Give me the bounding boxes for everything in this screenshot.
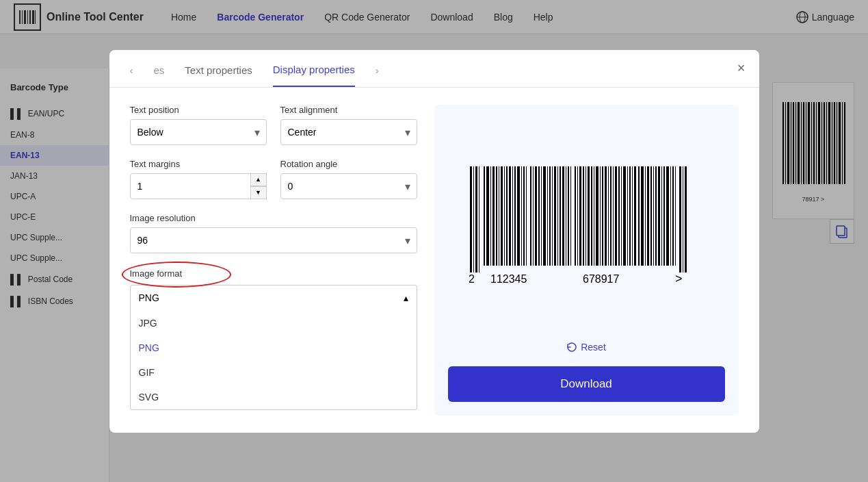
tab-display-properties[interactable]: Display properties xyxy=(273,64,355,87)
svg-rect-94 xyxy=(632,166,633,266)
svg-rect-65 xyxy=(552,166,553,266)
svg-rect-37 xyxy=(470,166,472,272)
svg-text:112345: 112345 xyxy=(490,273,527,285)
format-option-png[interactable]: PNG xyxy=(131,335,417,360)
text-position-select[interactable]: Below xyxy=(130,119,267,145)
barcode-preview-area: 2 112345 678917 > xyxy=(448,118,725,338)
format-option-gif[interactable]: GIF xyxy=(131,360,417,385)
text-position-group: Text position Below xyxy=(130,105,267,145)
modal-close-button[interactable]: × xyxy=(737,60,746,76)
svg-rect-73 xyxy=(575,166,576,266)
svg-rect-112 xyxy=(685,166,687,272)
svg-rect-51 xyxy=(512,166,513,266)
svg-rect-54 xyxy=(521,166,522,266)
rotation-angle-group: Rotation angle 0 xyxy=(280,159,417,199)
modal-body: Text position Below Text alignment Cente… xyxy=(109,88,759,433)
svg-rect-108 xyxy=(672,166,674,266)
svg-rect-92 xyxy=(627,166,628,266)
svg-rect-70 xyxy=(566,166,566,266)
image-resolution-label: Image resolution xyxy=(130,213,417,223)
barcode-svg: 2 112345 678917 > xyxy=(456,160,716,296)
svg-rect-50 xyxy=(509,166,511,266)
svg-rect-100 xyxy=(650,166,652,266)
image-format-group: Image format PNG ▴ JPG PNG xyxy=(130,267,417,410)
tab-nav-forward[interactable]: › xyxy=(376,64,379,86)
svg-rect-68 xyxy=(560,166,561,266)
text-alignment-select[interactable]: Center xyxy=(280,119,417,145)
tab-text-properties[interactable]: Text properties xyxy=(185,64,252,86)
svg-rect-103 xyxy=(658,166,660,266)
svg-rect-74 xyxy=(577,166,578,266)
text-alignment-group: Text alignment Center xyxy=(280,105,417,145)
reset-button[interactable]: Reset xyxy=(560,338,613,356)
svg-rect-64 xyxy=(549,166,551,266)
svg-rect-63 xyxy=(547,166,548,266)
svg-rect-49 xyxy=(506,166,508,266)
text-margins-input-wrapper: ▲ ▼ xyxy=(130,173,267,199)
svg-rect-57 xyxy=(530,166,531,266)
tab-label-es[interactable]: es xyxy=(154,64,165,86)
barcode-image: 2 112345 678917 > xyxy=(456,160,716,296)
text-alignment-select-wrapper: Center xyxy=(280,119,417,145)
svg-rect-93 xyxy=(629,166,631,266)
svg-rect-87 xyxy=(613,166,614,266)
download-button[interactable]: Download xyxy=(448,366,725,402)
format-option-svg[interactable]: SVG xyxy=(131,385,417,409)
svg-rect-58 xyxy=(533,166,534,266)
svg-rect-88 xyxy=(615,166,617,266)
svg-rect-69 xyxy=(562,166,564,266)
tab-nav-back[interactable]: ‹ xyxy=(130,64,133,86)
image-format-select[interactable]: PNG ▴ xyxy=(130,285,417,311)
svg-rect-101 xyxy=(653,166,654,266)
svg-rect-110 xyxy=(679,166,681,272)
svg-rect-83 xyxy=(602,166,603,266)
image-resolution-select-wrapper: 96 xyxy=(130,227,417,253)
svg-rect-72 xyxy=(570,166,571,266)
text-alignment-label: Text alignment xyxy=(280,105,417,115)
svg-rect-47 xyxy=(501,166,503,266)
form-row-1: Text position Below Text alignment Cente… xyxy=(130,105,417,145)
image-resolution-select[interactable]: 96 xyxy=(130,227,417,253)
reset-icon xyxy=(566,342,577,353)
svg-rect-102 xyxy=(655,166,657,266)
svg-rect-40 xyxy=(479,166,479,272)
svg-rect-109 xyxy=(675,166,676,266)
svg-rect-59 xyxy=(535,166,537,266)
svg-rect-41 xyxy=(484,166,485,266)
svg-rect-104 xyxy=(661,166,662,266)
stepper-up-button[interactable]: ▲ xyxy=(250,173,267,186)
modal-preview: 2 112345 678917 > Reset xyxy=(434,105,739,416)
svg-rect-89 xyxy=(618,166,620,266)
stepper-down-button[interactable]: ▼ xyxy=(250,186,267,199)
modal-overlay: ‹ es Text properties Display properties … xyxy=(0,0,868,482)
text-margins-group: Text margins ▲ ▼ xyxy=(130,159,267,199)
svg-rect-96 xyxy=(638,166,640,266)
text-margins-input[interactable] xyxy=(130,173,267,199)
svg-rect-79 xyxy=(591,166,592,266)
svg-text:2: 2 xyxy=(469,273,475,285)
svg-rect-97 xyxy=(641,166,644,266)
svg-rect-81 xyxy=(596,166,599,266)
svg-rect-71 xyxy=(568,166,569,266)
svg-rect-52 xyxy=(514,166,516,266)
svg-rect-38 xyxy=(473,166,474,272)
svg-rect-76 xyxy=(583,166,584,266)
svg-rect-67 xyxy=(557,166,558,266)
modal-dialog: ‹ es Text properties Display properties … xyxy=(109,50,759,433)
stepper-buttons: ▲ ▼ xyxy=(250,173,267,199)
svg-rect-44 xyxy=(492,166,495,266)
rotation-angle-select[interactable]: 0 xyxy=(280,173,417,199)
rotation-angle-select-wrapper: 0 xyxy=(280,173,417,199)
svg-rect-75 xyxy=(579,166,581,266)
svg-text:678917: 678917 xyxy=(583,273,619,285)
image-format-label-wrapper: Image format xyxy=(130,267,183,279)
format-option-jpg[interactable]: JPG xyxy=(131,311,417,335)
svg-rect-48 xyxy=(504,166,505,266)
svg-rect-95 xyxy=(634,166,636,266)
image-resolution-group: Image resolution 96 xyxy=(130,213,417,253)
svg-rect-82 xyxy=(600,166,601,266)
svg-rect-66 xyxy=(554,166,556,266)
svg-rect-55 xyxy=(523,166,525,266)
svg-text:>: > xyxy=(675,272,683,286)
svg-rect-43 xyxy=(490,166,491,266)
